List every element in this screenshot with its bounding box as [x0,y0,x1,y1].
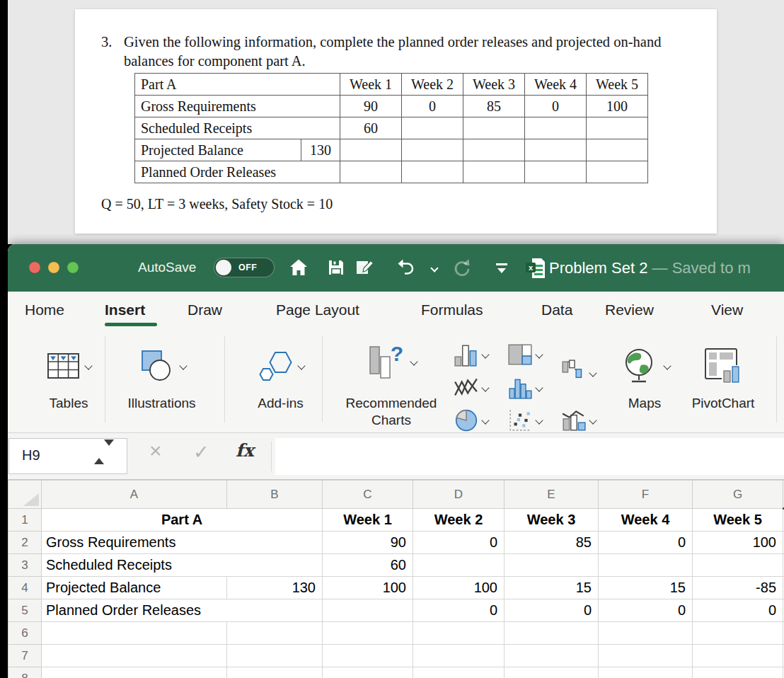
cell-D8[interactable] [413,667,505,678]
save-icon[interactable] [325,257,347,278]
cell-C5[interactable] [323,599,413,622]
column-header-B[interactable]: B [227,481,323,509]
cell-B8[interactable] [227,667,323,678]
combo-chart-button[interactable] [561,408,596,433]
cell-E7[interactable] [505,645,599,667]
cell-D4[interactable]: 100 [413,577,505,599]
cell-C8[interactable] [323,667,413,678]
cell-A7[interactable] [42,645,227,667]
column-header-E[interactable]: E [505,481,599,509]
cell-C6[interactable] [323,622,413,645]
illustrations-button[interactable]: Illustrations [114,329,209,433]
cell-E6[interactable] [505,622,599,645]
pie-chart-button[interactable] [454,408,488,433]
spinner-down-icon[interactable] [104,439,114,458]
tab-formulas[interactable]: Formulas [421,301,483,318]
cell-E4[interactable]: 15 [505,577,599,599]
undo-dropdown-chevron-icon[interactable] [430,264,438,272]
cell-D6[interactable] [413,622,505,645]
cell-G8[interactable] [693,667,783,678]
row-header-4[interactable]: 4 [8,577,42,599]
scatter-chart-button[interactable] [507,408,542,433]
cancel-icon[interactable]: × [149,439,162,463]
cell-F7[interactable] [599,645,693,667]
cell-F6[interactable] [599,622,693,645]
undo-icon[interactable] [395,257,416,278]
cell-F2[interactable]: 0 [599,532,693,554]
redo-icon[interactable] [451,257,472,278]
cell-D7[interactable] [413,645,505,667]
zoom-button[interactable] [67,262,79,273]
tab-insert[interactable]: Insert [105,301,145,318]
cell-E8[interactable] [505,667,599,678]
cell-F8[interactable] [599,667,693,678]
spinner-up-icon[interactable] [94,446,104,464]
cell-D3[interactable] [413,554,505,577]
histogram-chart-button[interactable] [507,375,542,401]
cell-E1[interactable]: Week 3 [505,509,599,532]
row-header-3[interactable]: 3 [8,554,42,577]
cell-D2[interactable]: 0 [413,532,505,554]
cell-E5[interactable]: 0 [505,599,599,622]
cell-E2[interactable]: 85 [505,532,599,554]
cell-C3[interactable]: 60 [323,554,413,577]
row-header-2[interactable]: 2 [8,532,42,554]
cell-B4[interactable]: 130 [227,577,323,599]
tab-data[interactable]: Data [541,301,572,318]
cell-G5[interactable]: 0 [693,599,783,622]
cell-B7[interactable] [227,645,323,667]
cell-A2[interactable]: Gross Requirements [42,532,323,554]
edit-preview-icon[interactable] [354,257,375,278]
autosave-toggle[interactable]: OFF [214,258,275,277]
column-header-A[interactable]: A [42,481,227,509]
addins-button[interactable]: Add-ins [240,329,321,433]
maps-button[interactable]: Maps [611,329,679,433]
cell-F5[interactable]: 0 [599,599,693,622]
tab-home[interactable]: Home [25,301,64,318]
column-header-F[interactable]: F [599,481,693,509]
name-box-spinner[interactable] [94,446,114,459]
name-box[interactable]: H9 [8,438,127,474]
formula-input[interactable] [275,438,784,475]
waterfall-chart-button[interactable] [561,359,596,387]
enter-icon[interactable]: ✓ [193,441,209,464]
tab-review[interactable]: Review [605,301,654,318]
cell-G1[interactable]: Week 5 [693,509,783,532]
tab-view[interactable]: View [711,301,743,318]
row-header-6[interactable]: 6 [8,622,42,645]
cell-B6[interactable] [227,622,323,645]
treemap-chart-button[interactable] [507,342,542,367]
row-header-7[interactable]: 7 [8,645,42,667]
cell-C1[interactable]: Week 1 [323,509,413,532]
close-button[interactable] [29,262,40,273]
column-header-D[interactable]: D [413,481,505,509]
cell-D1[interactable]: Week 2 [413,509,505,532]
cell-C7[interactable] [323,645,413,667]
tab-draw[interactable]: Draw [188,301,222,318]
cell-A8[interactable] [42,667,227,678]
tables-button[interactable]: Tables [35,329,103,433]
minimize-button[interactable] [48,262,59,273]
row-header-1[interactable]: 1 [8,509,42,532]
ribbon-display-options-icon[interactable] [491,257,512,278]
column-header-G[interactable]: G [693,481,783,509]
column-header-C[interactable]: C [323,481,413,509]
select-all-button[interactable] [8,481,42,509]
cell-G2[interactable]: 100 [693,532,783,554]
row-header-5[interactable]: 5 [8,599,42,622]
tab-page-layout[interactable]: Page Layout [276,301,359,318]
cell-D5[interactable]: 0 [413,599,505,622]
cell-F4[interactable]: 15 [599,577,693,599]
cell-F3[interactable] [599,554,693,577]
pivotchart-button[interactable]: PivotChart [673,329,773,433]
column-chart-button[interactable] [454,342,488,367]
cell-G6[interactable] [693,622,783,645]
recommended-charts-button[interactable]: ? Recommended Charts [332,329,451,433]
row-header-8[interactable]: 8 [8,667,42,678]
cell-A3[interactable]: Scheduled Receipts [42,554,323,577]
cell-E3[interactable] [505,554,599,577]
insert-function-icon[interactable]: fx [236,440,254,461]
cell-F1[interactable]: Week 4 [599,509,693,532]
cell-G4[interactable]: -85 [693,577,783,599]
cell-A4[interactable]: Projected Balance [42,577,227,599]
